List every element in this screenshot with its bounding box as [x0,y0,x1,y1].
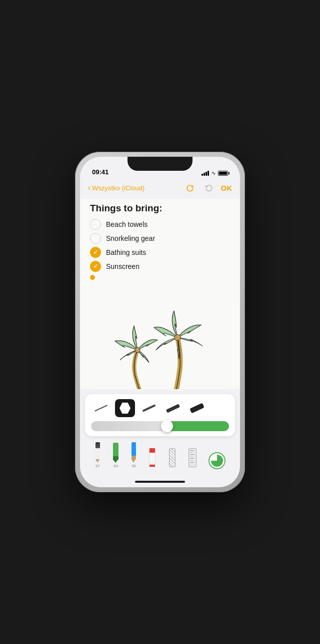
ok-button[interactable]: OK [221,184,232,192]
checklist-item-3[interactable]: Bathing suits [90,247,230,258]
stroke-brush2-icon [166,404,180,413]
stroke-brush1-icon [142,404,156,412]
stroke-line-button[interactable] [91,399,111,417]
stroke-brush1-button[interactable] [139,399,159,417]
stroke-marker-button[interactable] [115,399,135,417]
palm-drawing [80,280,240,389]
notch [128,157,192,171]
hatching-tool[interactable] [169,448,176,468]
stroke-style-row [91,399,229,417]
stroke-brush3-button[interactable] [187,399,207,417]
stroke-marker-icon [120,403,130,414]
stroke-brush3-icon [190,403,204,414]
eraser-icon [149,448,156,467]
checklist-label-1: Beach towels [106,220,148,228]
note-content: Things to bring: Beach towels Snorkeling… [80,199,240,280]
drawing-area[interactable] [80,280,240,389]
nav-actions: OK [183,181,232,195]
checklist-label-2: Snorkeling gear [106,234,155,242]
new-item-dot [90,275,95,280]
marker-tool[interactable]: 60 [113,443,118,468]
phone-screen: 09:41 ∿ ‹ Wszystko (iCloud) [80,157,240,487]
pen-label: 50 [132,464,136,468]
pen-tool[interactable]: 50 [132,442,136,468]
checklist-label-3: Bathing suits [106,248,146,256]
pen-icon [132,442,136,463]
wifi-icon: ∿ [212,170,216,176]
checklist-item-2[interactable]: Snorkeling gear [90,233,230,244]
stroke-size-slider[interactable] [91,421,229,431]
pencil-tool[interactable]: 97 [96,442,100,468]
checkbox-2[interactable] [90,233,101,244]
eraser-tool[interactable] [149,448,156,468]
signal-icon [202,171,209,176]
slider-thumb[interactable] [161,420,173,432]
back-button[interactable]: ‹ Wszystko (iCloud) [88,183,144,192]
ruler-icon [188,448,196,467]
stroke-brush2-button[interactable] [163,399,183,417]
ruler-tool[interactable] [188,448,196,468]
tools-bar: 97 60 [85,440,235,473]
checklist-label-4: Sunscreen [106,262,140,270]
slider-track[interactable] [91,421,229,431]
checkbox-4[interactable] [90,261,101,272]
home-bar [135,481,185,483]
hatching-icon [169,448,176,467]
checklist-item-4[interactable]: Sunscreen [90,261,230,272]
home-indicator [80,476,240,487]
phone-frame: 09:41 ∿ ‹ Wszystko (iCloud) [75,152,245,492]
toolbar-section: 97 60 [80,389,240,476]
pencil-label: 97 [96,464,100,468]
color-picker-icon [210,453,224,468]
status-icons: ∿ [202,170,228,176]
pencil-icon [96,442,100,463]
checklist-item-1[interactable]: Beach towels [90,219,230,230]
stroke-line-icon [94,405,108,411]
stroke-picker [85,394,235,436]
redo-button[interactable] [202,181,216,195]
nav-bar: ‹ Wszystko (iCloud) OK [80,179,240,199]
note-title: Things to bring: [90,203,230,214]
nav-back-label: Wszystko (iCloud) [92,184,144,192]
marker-icon [113,443,118,463]
color-picker-button[interactable] [210,453,224,468]
note-body: Things to bring: Beach towels Snorkeling… [80,199,240,389]
battery-icon [218,171,228,176]
undo-button[interactable] [183,181,197,195]
checkbox-1[interactable] [90,219,101,230]
checkbox-3[interactable] [90,247,101,258]
marker-label: 60 [114,464,118,468]
chevron-left-icon: ‹ [88,183,90,192]
svg-point-3 [174,335,180,341]
status-time: 09:41 [92,168,108,176]
svg-point-2 [135,348,140,353]
